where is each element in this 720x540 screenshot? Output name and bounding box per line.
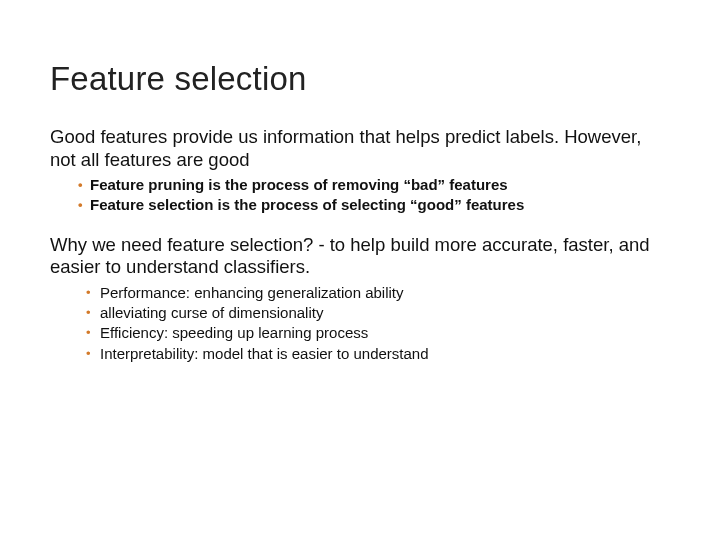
- bullet-list-2: Performance: enhancing generalization ab…: [50, 283, 670, 364]
- list-item: Feature selection is the process of sele…: [78, 195, 670, 215]
- list-item: Efficiency: speeding up learning process: [86, 323, 670, 343]
- bullet-list-1: Feature pruning is the process of removi…: [50, 175, 670, 216]
- paragraph-1: Good features provide us information tha…: [50, 126, 670, 171]
- slide-title: Feature selection: [50, 60, 670, 98]
- list-item: alleviating curse of dimensionality: [86, 303, 670, 323]
- paragraph-2: Why we need feature selection? - to help…: [50, 234, 670, 279]
- list-item: Feature pruning is the process of removi…: [78, 175, 670, 195]
- list-item: Interpretability: model that is easier t…: [86, 344, 670, 364]
- list-item: Performance: enhancing generalization ab…: [86, 283, 670, 303]
- slide: Feature selection Good features provide …: [0, 0, 720, 540]
